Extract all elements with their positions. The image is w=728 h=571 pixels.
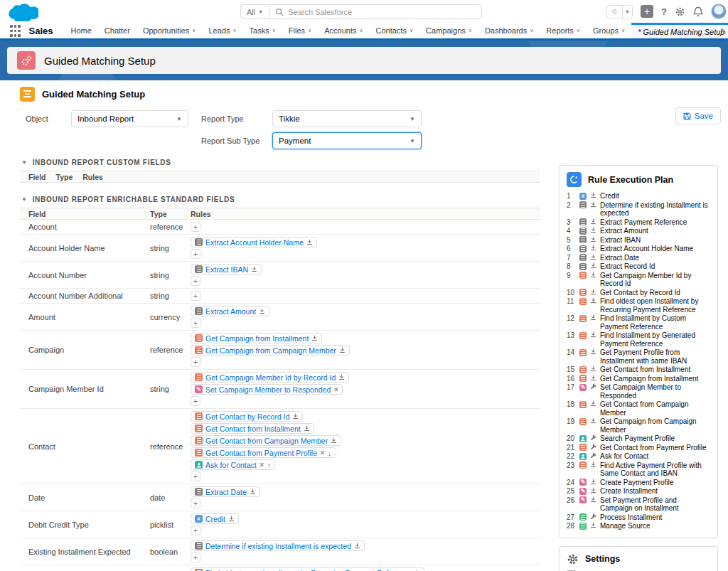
edit-nav-pencil-icon[interactable]: ✎ [720, 27, 727, 36]
rule-link[interactable]: Set Campaign Member to Responded [205, 385, 331, 394]
nav-tab-files[interactable]: Files∨ [282, 23, 318, 38]
nav-tab-campaigns[interactable]: Campaigns∨ [419, 23, 478, 38]
remove-rule-icon[interactable]: × [333, 385, 338, 395]
wrench-icon[interactable] [590, 383, 596, 390]
rule-link[interactable]: Extract Date [205, 488, 247, 496]
download-icon[interactable] [590, 201, 596, 208]
download-icon[interactable] [251, 266, 257, 272]
download-icon[interactable] [590, 245, 596, 251]
rule-link[interactable]: Get Campaign from Installment [205, 334, 309, 343]
download-icon[interactable] [590, 331, 596, 338]
rule-link[interactable]: Get Contact from Campaign Member [205, 437, 328, 445]
nav-tab-contacts[interactable]: Contacts∨ [370, 23, 420, 38]
rule-link[interactable]: Ask for Contact [205, 461, 257, 469]
add-rule-button[interactable]: + [191, 471, 200, 481]
wrench-icon[interactable] [590, 444, 596, 450]
nav-tab-opportunities[interactable]: Opportunities∨ [136, 23, 203, 38]
notifications-bell-icon[interactable] [693, 6, 703, 17]
nav-tab-home[interactable]: Home [64, 23, 97, 38]
download-icon[interactable] [590, 400, 596, 407]
rule-link[interactable]: Extract Account Holder Name [205, 238, 304, 247]
download-icon[interactable] [590, 218, 596, 225]
add-rule-button[interactable]: + [191, 357, 200, 367]
app-launcher-icon[interactable] [10, 25, 21, 38]
download-icon[interactable] [306, 239, 313, 245]
rule-link[interactable]: Extract IBAN [205, 265, 248, 274]
download-icon[interactable] [250, 489, 256, 495]
nav-tab-guided-matching-setup-active[interactable]: * Guided Matching Setup∨✕ [631, 23, 728, 38]
nav-tab-tasks[interactable]: Tasks∨ [243, 23, 282, 38]
search-scope-selector[interactable]: All▼ [241, 5, 269, 18]
save-button[interactable]: Save [675, 107, 721, 124]
global-search[interactable]: All▼ Search Salesforce [240, 4, 482, 19]
nav-tab-groups[interactable]: Groups∨ [587, 23, 631, 38]
download-icon[interactable] [590, 365, 596, 372]
download-icon[interactable] [590, 289, 596, 295]
download-icon[interactable] [331, 437, 337, 444]
download-icon[interactable] [259, 308, 265, 314]
star-icon[interactable]: ☆ [607, 6, 622, 18]
user-avatar[interactable] [711, 4, 727, 19]
add-rule-button[interactable]: + [191, 525, 200, 535]
rule-link[interactable]: Get Campaign Member Id by Record Id [205, 373, 336, 382]
download-icon[interactable] [590, 297, 596, 304]
move-up-icon[interactable]: ↑ [267, 461, 272, 469]
object-select[interactable]: Inbound Report▼ [71, 110, 188, 127]
download-icon[interactable] [304, 425, 310, 432]
rule-link[interactable]: Find oldest open Installment by Recurrin… [205, 569, 411, 571]
download-icon[interactable] [338, 374, 345, 380]
download-icon[interactable] [590, 417, 596, 424]
download-icon[interactable] [590, 236, 596, 242]
download-icon[interactable] [590, 496, 596, 503]
download-icon[interactable] [590, 487, 596, 493]
nav-tab-accounts[interactable]: Accounts∨ [318, 23, 369, 38]
app-name[interactable]: Sales [26, 23, 65, 38]
nav-tab-leads[interactable]: Leads∨ [202, 23, 242, 38]
favorites-button[interactable]: ☆ ▼ [606, 5, 633, 18]
rule-link[interactable]: Extract Amount [205, 307, 256, 316]
download-icon[interactable] [590, 461, 596, 468]
report-sub-type-select[interactable]: Payment▼ [272, 132, 422, 149]
rule-link[interactable]: Get Campaign from Campaign Member [205, 346, 336, 355]
add-rule-button[interactable]: + [191, 222, 200, 232]
help-icon[interactable]: ? [661, 6, 667, 17]
download-icon[interactable] [590, 314, 596, 321]
remove-rule-icon[interactable]: × [259, 460, 264, 470]
add-rule-button[interactable]: + [191, 249, 200, 259]
add-rule-button[interactable]: + [191, 276, 200, 286]
download-icon[interactable] [339, 347, 346, 353]
download-icon[interactable] [590, 272, 596, 278]
download-icon[interactable] [590, 479, 596, 485]
download-icon[interactable] [590, 262, 596, 269]
setup-gear-icon[interactable] [675, 6, 685, 17]
rule-link[interactable]: Determine if existing Installment is exp… [205, 542, 351, 550]
move-down-icon[interactable]: ↓ [328, 449, 332, 457]
report-type-select[interactable]: Tikkie▼ [272, 110, 422, 127]
download-icon[interactable] [590, 375, 596, 381]
add-rule-button[interactable]: + [191, 318, 200, 328]
download-icon[interactable] [590, 227, 596, 233]
rule-link[interactable]: Get Contact by Record Id [205, 412, 289, 421]
wrench-icon[interactable] [590, 513, 596, 520]
download-icon[interactable] [590, 348, 596, 355]
download-icon[interactable] [590, 522, 596, 528]
add-rule-button[interactable]: + [191, 553, 200, 562]
download-icon[interactable] [354, 543, 360, 549]
rule-link[interactable]: Credit [205, 515, 225, 523]
nav-tab-dashboards[interactable]: Dashboards∨ [478, 23, 540, 38]
global-actions-icon[interactable]: + [641, 5, 653, 18]
favorites-dropdown[interactable]: ▼ [622, 6, 632, 18]
download-icon[interactable] [590, 192, 596, 198]
add-rule-button[interactable]: + [191, 498, 200, 508]
remove-rule-icon[interactable]: × [320, 448, 325, 458]
download-icon[interactable] [292, 413, 299, 420]
rule-link[interactable]: Get Contact from Installment [205, 425, 301, 433]
add-rule-button[interactable]: + [191, 396, 200, 406]
download-icon[interactable] [311, 335, 318, 341]
download-icon[interactable] [228, 516, 235, 522]
wrench-icon[interactable] [590, 434, 596, 441]
add-rule-button[interactable]: + [191, 291, 200, 301]
rule-link[interactable]: Get Contact from Payment Profile [205, 449, 317, 457]
download-icon[interactable] [590, 254, 596, 260]
wrench-icon[interactable] [590, 452, 596, 459]
